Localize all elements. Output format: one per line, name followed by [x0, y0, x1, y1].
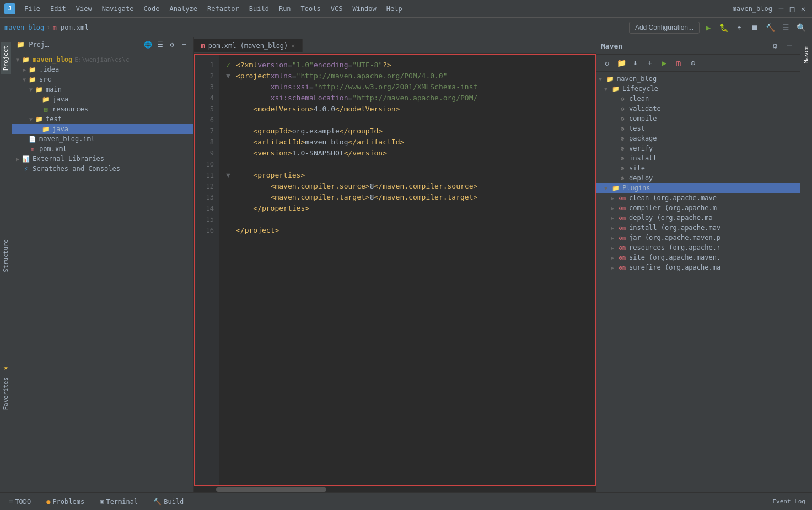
maven-add-btn[interactable]: + — [644, 57, 656, 69]
breadcrumb-project[interactable]: maven_blog — [4, 24, 44, 31]
maven-run-btn[interactable]: ▶ — [658, 57, 670, 69]
tab-close-pom[interactable]: ✕ — [291, 42, 295, 50]
maven-item-site[interactable]: ⚙ site — [596, 163, 800, 173]
tree-item-src[interactable]: ▼ 📁 src — [12, 74, 193, 84]
project-tab-label[interactable]: Project — [1, 42, 11, 74]
h-scrollbar[interactable] — [194, 486, 596, 492]
maven-header: Maven ⚙ ─ — [596, 37, 800, 55]
menu-analyze[interactable]: Analyze — [165, 4, 202, 14]
coverage-button[interactable]: ☂ — [733, 21, 746, 34]
menu-navigate[interactable]: Navigate — [98, 4, 138, 14]
maven-item-test[interactable]: ⚙ test — [596, 124, 800, 133]
maven-item-plugins[interactable]: ▼ 📁 Plugins — [596, 183, 800, 193]
label-maven-blog: maven_blog — [33, 56, 72, 63]
menu-refactor[interactable]: Refactor — [203, 4, 244, 14]
stop-button[interactable]: ⏹ — [748, 21, 761, 34]
far-right-tab: Maven — [800, 37, 812, 492]
search-everywhere-button[interactable]: 🔍 — [794, 21, 808, 34]
maven-item-validate[interactable]: ⚙ validate — [596, 104, 800, 114]
panel-icon-list[interactable]: ☰ — [155, 40, 165, 50]
star-icon[interactable]: ★ — [3, 363, 8, 372]
event-log-item[interactable]: Event Log — [770, 498, 808, 505]
sdk-button[interactable]: ☰ — [779, 21, 792, 34]
maven-item-plugin-deploy[interactable]: ▶ ⚙m deploy (org.apache.ma — [596, 213, 800, 223]
maven-folder-btn[interactable]: 📁 — [615, 57, 627, 69]
panel-icon-globe[interactable]: 🌐 — [143, 40, 153, 50]
run-button[interactable]: ▶ — [702, 21, 715, 34]
structure-tab-label[interactable]: Structure — [1, 236, 11, 276]
h-scrollbar-thumb[interactable] — [216, 487, 326, 492]
maven-refresh-btn[interactable]: ↻ — [601, 57, 613, 69]
tree-item-maven-blog[interactable]: ▼ 📁 maven_blog E:\wenjian\cs\c — [12, 55, 193, 65]
tab-pom[interactable]: m pom.xml (maven_blog) ✕ — [194, 39, 303, 52]
tab-icon-pom: m — [201, 41, 205, 50]
maven-label-deploy: deploy — [629, 174, 653, 182]
menu-help[interactable]: Help — [382, 4, 407, 14]
menu-view[interactable]: View — [72, 4, 96, 14]
tree-item-idea[interactable]: ▶ 📁 .idea — [12, 65, 193, 74]
todo-tab[interactable]: ≡ TODO — [4, 497, 35, 507]
maven-item-plugin-resources[interactable]: ▶ ⚙m resources (org.apache.r — [596, 243, 800, 253]
tree-item-resources[interactable]: ▤ resources — [12, 104, 193, 114]
menu-vcs[interactable]: VCS — [326, 4, 347, 14]
panel-icon-minimize[interactable]: ─ — [179, 40, 189, 50]
maven-item-plugin-jar[interactable]: ▶ ⚙m jar (org.apache.maven.p — [596, 233, 800, 243]
code-editor[interactable]: 1 2 3 4 5 6 7 8 9 10 11 12 13 14 15 16 — [194, 54, 596, 486]
code-line-6 — [224, 115, 595, 126]
tree-item-pom[interactable]: m pom.xml — [12, 144, 193, 154]
maven-plus-btn[interactable]: ⊕ — [687, 57, 699, 69]
close-button[interactable]: ✕ — [799, 4, 808, 13]
menu-run[interactable]: Run — [275, 4, 295, 14]
add-config-button[interactable]: Add Configuration... — [629, 22, 700, 34]
tree-item-iml[interactable]: 📄 maven_blog.iml — [12, 134, 193, 144]
maven-item-plugin-surefire[interactable]: ▶ ⚙m surefire (org.apache.ma — [596, 262, 800, 272]
build-tab[interactable]: 🔨 Build — [149, 497, 188, 507]
tree-item-main[interactable]: ▼ 📁 main — [12, 84, 193, 94]
maven-side-tab[interactable]: Maven — [801, 42, 811, 67]
maven-settings-btn[interactable]: ⚙ — [769, 40, 781, 52]
maven-download-btn[interactable]: ⬇ — [630, 57, 642, 69]
menu-file[interactable]: File — [20, 4, 45, 14]
build-project-button[interactable]: 🔨 — [763, 21, 777, 34]
maven-item-clean[interactable]: ⚙ clean — [596, 94, 800, 104]
tree-item-test[interactable]: ▼ 📁 test — [12, 114, 193, 124]
folder-icon-resources: ▤ — [41, 105, 51, 113]
tree-item-ext-libs[interactable]: ▶ 📊 External Libraries — [12, 154, 193, 164]
maven-label-plugins: Plugins — [622, 184, 650, 192]
menu-window[interactable]: Window — [348, 4, 380, 14]
maven-item-verify[interactable]: ⚙ verify — [596, 143, 800, 153]
menu-code[interactable]: Code — [139, 4, 164, 14]
maven-item-plugin-install[interactable]: ▶ ⚙m install (org.apache.mav — [596, 223, 800, 233]
menu-build[interactable]: Build — [245, 4, 273, 14]
title-bar: J File Edit View Navigate Code Analyze R… — [0, 0, 812, 18]
maven-item-compile[interactable]: ⚙ compile — [596, 114, 800, 124]
debug-button[interactable]: 🐛 — [717, 21, 730, 34]
maven-minimize-btn[interactable]: ─ — [783, 40, 795, 52]
maven-item-package[interactable]: ⚙ package — [596, 133, 800, 143]
menu-tools[interactable]: Tools — [297, 4, 325, 14]
breadcrumb-file[interactable]: m pom.xml — [52, 24, 88, 31]
maven-label-plugin-surefire: surefire (org.apache.ma — [629, 264, 720, 271]
terminal-tab[interactable]: ▣ Terminal — [95, 497, 142, 507]
tree-item-scratch[interactable]: ⚡ Scratches and Consoles — [12, 164, 193, 174]
maven-item-plugin-compiler[interactable]: ▶ ⚙m compiler (org.apache.m — [596, 203, 800, 213]
maven-item-deploy[interactable]: ⚙ deploy — [596, 173, 800, 183]
tree-item-java-main[interactable]: 📁 java — [12, 94, 193, 104]
arrow-main: ▼ — [28, 87, 34, 93]
favorites-tab-label[interactable]: Favorites — [1, 374, 11, 414]
maven-item-plugin-site[interactable]: ▶ ⚙m site (org.apache.maven. — [596, 253, 800, 262]
menu-edit[interactable]: Edit — [46, 4, 71, 14]
code-content[interactable]: ✓ <?xml version="1.0" encoding="UTF-8"?>… — [219, 55, 595, 485]
maven-m-btn[interactable]: m — [673, 57, 685, 69]
maven-item-install[interactable]: ⚙ install — [596, 153, 800, 163]
maven-item-blog[interactable]: ▼ 📁 maven_blog — [596, 74, 800, 84]
panel-icon-settings[interactable]: ⚙ — [167, 40, 177, 50]
maximize-button[interactable]: □ — [788, 4, 797, 13]
maven-plugin-icon-compiler: ⚙m — [617, 204, 627, 212]
tree-item-java-test[interactable]: 📁 java — [12, 124, 193, 134]
maven-item-lifecycle[interactable]: ▼ 📁 Lifecycle — [596, 84, 800, 94]
maven-item-plugin-clean[interactable]: ▶ ⚙m clean (org.apache.mave — [596, 193, 800, 203]
minimize-button[interactable]: ─ — [777, 4, 786, 13]
ln-12: 12 — [195, 181, 219, 192]
problems-tab[interactable]: ● Problems — [42, 497, 89, 507]
